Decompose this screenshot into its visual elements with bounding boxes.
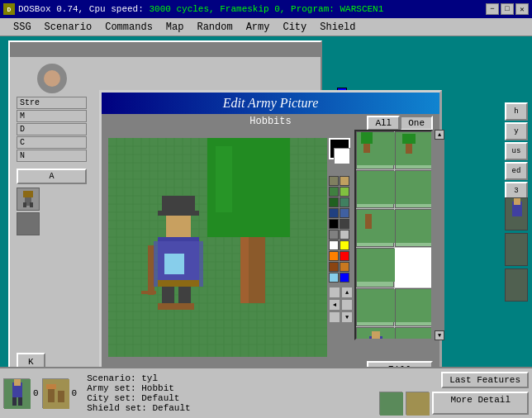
menu-commands[interactable]: Commands bbox=[98, 20, 159, 35]
nav-left[interactable]: ◄ bbox=[329, 299, 340, 311]
palette-color-14[interactable] bbox=[340, 240, 349, 250]
maximize-button[interactable]: □ bbox=[501, 3, 514, 15]
close-button[interactable]: ✕ bbox=[515, 3, 529, 15]
app-icon: D bbox=[3, 3, 15, 15]
palette-color-17[interactable] bbox=[329, 262, 339, 272]
all-button[interactable]: All bbox=[367, 116, 400, 131]
left-panel: Stre M D C N A bbox=[17, 60, 87, 235]
bg-item-stre[interactable]: Stre bbox=[17, 97, 87, 109]
status-right-buttons: Last Features More Detail bbox=[379, 372, 529, 415]
sprite-cell-10[interactable] bbox=[395, 288, 433, 326]
svg-rect-62 bbox=[158, 211, 199, 216]
nav-down[interactable]: ▼ bbox=[341, 311, 353, 323]
scroll-down[interactable]: ▼ bbox=[435, 330, 444, 340]
palette-color-6[interactable] bbox=[340, 197, 349, 207]
palette-color-10[interactable] bbox=[340, 219, 349, 229]
sprite-cell-7[interactable] bbox=[356, 248, 394, 287]
right-btn-y[interactable]: y bbox=[505, 122, 528, 140]
menu-map[interactable]: Map bbox=[159, 20, 191, 35]
svg-rect-100 bbox=[48, 387, 55, 402]
sprite-panel: ▲ ▼ bbox=[354, 130, 433, 340]
menu-city[interactable]: City bbox=[276, 20, 313, 35]
svg-rect-82 bbox=[396, 210, 433, 243]
right-btn-ed[interactable]: ed bbox=[505, 162, 528, 180]
bg-item-c[interactable]: C bbox=[17, 136, 87, 149]
svg-rect-89 bbox=[372, 331, 380, 340]
menu-army[interactable]: Army bbox=[240, 20, 277, 35]
svg-rect-78 bbox=[357, 171, 395, 204]
palette-grid bbox=[329, 176, 350, 283]
palette-color-11[interactable] bbox=[329, 230, 339, 240]
bg-item-m[interactable]: M bbox=[17, 110, 87, 122]
sprite-cell-5[interactable] bbox=[356, 209, 394, 247]
sprite-cell-9[interactable] bbox=[356, 288, 394, 326]
menu-ssg[interactable]: SSG bbox=[7, 20, 38, 35]
sprite-cell-12[interactable] bbox=[395, 327, 433, 340]
palette-color-16[interactable] bbox=[340, 251, 349, 261]
right-side-buttons: h y us ed 3 bbox=[505, 102, 528, 200]
status-count-1: 0 bbox=[33, 388, 39, 398]
palette-color-3[interactable] bbox=[329, 187, 339, 197]
menu-scenario[interactable]: Scenario bbox=[38, 20, 99, 35]
svg-rect-96 bbox=[14, 379, 21, 386]
svg-rect-81 bbox=[365, 214, 372, 229]
sprite-cell-4[interactable] bbox=[395, 170, 433, 208]
sprite-cell-11[interactable] bbox=[356, 327, 394, 340]
svg-rect-71 bbox=[158, 280, 199, 287]
nav-ul[interactable] bbox=[329, 287, 340, 298]
scroll-up[interactable]: ▲ bbox=[435, 130, 444, 140]
sprite-cell-2[interactable] bbox=[395, 131, 433, 169]
palette-color-9[interactable] bbox=[329, 219, 339, 229]
svg-rect-0 bbox=[23, 191, 33, 197]
right-sprite-3[interactable] bbox=[505, 268, 528, 302]
palette-color-1[interactable] bbox=[329, 176, 339, 186]
svg-rect-93 bbox=[514, 198, 520, 205]
svg-rect-84 bbox=[397, 249, 433, 283]
bg-item-n[interactable]: N bbox=[17, 150, 87, 162]
unit-sprite-2[interactable] bbox=[17, 212, 40, 235]
palette-color-5[interactable] bbox=[329, 197, 339, 207]
status-icon-army[interactable] bbox=[3, 378, 30, 408]
bg-item-d[interactable]: D bbox=[17, 123, 87, 135]
menu-shield[interactable]: Shield bbox=[313, 20, 362, 35]
palette-color-19[interactable] bbox=[329, 273, 339, 283]
sprite-cell-3[interactable] bbox=[356, 170, 394, 208]
svg-rect-64 bbox=[178, 285, 191, 306]
unit-sprite-1[interactable] bbox=[17, 188, 40, 211]
one-button[interactable]: One bbox=[400, 116, 433, 131]
bg-bottom-btn[interactable]: A bbox=[17, 169, 87, 184]
palette-color-13[interactable] bbox=[329, 240, 339, 250]
palette-color-2[interactable] bbox=[340, 176, 349, 186]
last-features-button[interactable]: Last Features bbox=[441, 372, 529, 388]
unit-sprites bbox=[17, 188, 87, 235]
svg-rect-2 bbox=[23, 202, 26, 207]
bottom-sprite-2[interactable] bbox=[406, 392, 429, 415]
sprite-cell-1[interactable] bbox=[356, 131, 394, 169]
minimize-button[interactable]: − bbox=[486, 3, 499, 15]
sprite-cell-8-selected[interactable] bbox=[395, 248, 433, 287]
bottom-sprite-row: More Detail bbox=[379, 392, 529, 415]
more-detail-button[interactable]: More Detail bbox=[432, 392, 529, 415]
palette-color-4[interactable] bbox=[340, 187, 349, 197]
menu-random[interactable]: Random bbox=[190, 20, 239, 35]
right-btn-h[interactable]: h bbox=[505, 102, 528, 121]
palette-color-12[interactable] bbox=[340, 230, 349, 240]
palette-color-15[interactable] bbox=[329, 251, 339, 261]
right-sprite-2[interactable] bbox=[505, 233, 528, 266]
canvas-svg bbox=[108, 138, 327, 357]
bottom-sprite-1[interactable] bbox=[379, 392, 402, 415]
pixel-canvas[interactable] bbox=[108, 138, 327, 357]
svg-rect-103 bbox=[380, 392, 403, 416]
sprite-cell-6[interactable] bbox=[395, 209, 433, 247]
palette-color-8[interactable] bbox=[340, 208, 349, 218]
right-btn-us[interactable]: us bbox=[505, 142, 528, 160]
palette-color-18[interactable] bbox=[340, 262, 349, 272]
nav-up[interactable]: ▲ bbox=[341, 287, 353, 298]
palette-color-7[interactable] bbox=[329, 208, 339, 218]
secondary-color[interactable] bbox=[334, 148, 350, 164]
scroll-track bbox=[435, 140, 444, 330]
right-sprite-1[interactable] bbox=[505, 197, 528, 230]
sprite-scrollbar: ▲ ▼ bbox=[435, 130, 444, 340]
palette-color-20[interactable] bbox=[340, 273, 349, 283]
status-icon-city[interactable] bbox=[42, 378, 69, 408]
